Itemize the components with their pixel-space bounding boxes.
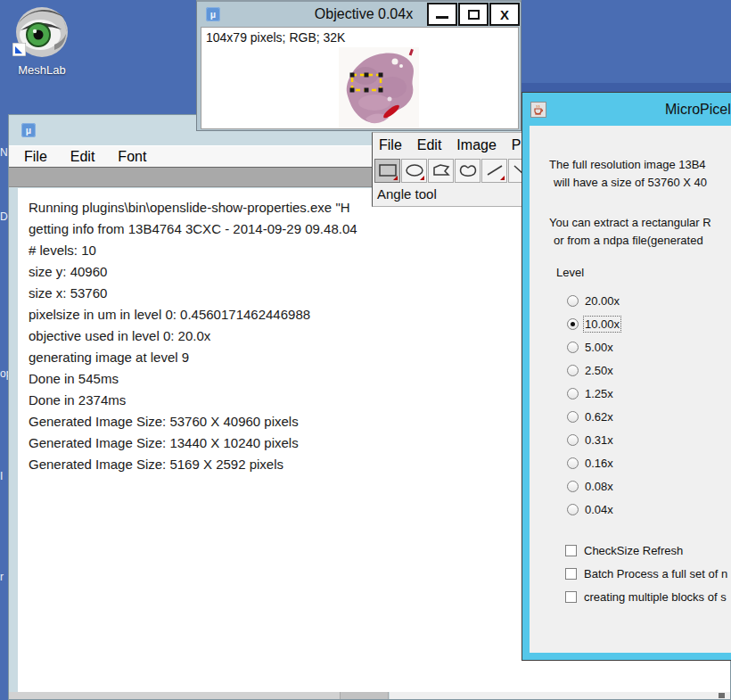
- window-title: MicroPicel: [665, 102, 731, 118]
- radio-label: 0.16x: [585, 457, 613, 470]
- oval-tool-button[interactable]: [401, 159, 427, 183]
- level-radio[interactable]: 1.25x: [567, 382, 620, 405]
- imagej-app-icon: µ: [21, 123, 36, 137]
- radio-label: 5.00x: [585, 341, 613, 354]
- checkbox-label: CheckSize Refresh: [584, 544, 683, 557]
- level-radio[interactable]: 0.04x: [567, 498, 620, 521]
- imagej-app-icon: µ: [206, 7, 220, 21]
- window-title: Objective 0.04x: [283, 6, 444, 22]
- option-checkbox[interactable]: Batch Process a full set of n: [565, 562, 727, 585]
- level-radio[interactable]: 20.00x: [567, 289, 620, 312]
- menu-item[interactable]: Font: [118, 149, 146, 165]
- freehand-icon: [458, 163, 478, 177]
- rectangle-tool-button[interactable]: [374, 159, 400, 183]
- freehand-tool-button[interactable]: [455, 159, 480, 183]
- radio-icon: [567, 504, 579, 515]
- menu-item[interactable]: File: [24, 149, 47, 165]
- menu-item[interactable]: Edit: [417, 137, 442, 153]
- scrollbar-arrow-icon[interactable]: [719, 693, 725, 698]
- radio-icon: [567, 388, 579, 399]
- image-info-text: 104x79 pixels; RGB; 32K: [201, 28, 518, 45]
- rectangle-icon: [378, 163, 398, 177]
- radio-icon: [567, 411, 579, 423]
- radio-label: 20.00x: [585, 294, 620, 308]
- angle-tool-button[interactable]: [508, 159, 522, 183]
- radio-icon: [567, 365, 579, 376]
- level-radio[interactable]: 0.31x: [567, 428, 620, 451]
- menu-item[interactable]: Edit: [70, 149, 95, 165]
- options-checkbox-group: CheckSize Refresh Batch Process a full s…: [565, 539, 727, 608]
- level-radio[interactable]: 2.50x: [567, 358, 620, 382]
- polygon-icon: [431, 163, 451, 177]
- level-label: Level: [556, 266, 584, 279]
- intro-line: You can extract a rectangular R: [549, 214, 711, 232]
- radio-icon: [567, 295, 579, 307]
- checkbox-icon: [565, 568, 577, 580]
- radio-label: 1.25x: [585, 387, 613, 400]
- desktop-icon-label-fragment: r: [0, 571, 4, 583]
- intro-line: will have a size of 53760 X 40: [554, 174, 711, 192]
- micropicel-titlebar[interactable]: MicroPicel: [522, 93, 731, 126]
- level-radio-group: 20.00x 10.00x 5.00x 2.50x 1.25x 0.62x: [567, 289, 620, 521]
- imagej-menubar: FileEditImagePr: [373, 133, 522, 157]
- objective-canvas[interactable]: 104x79 pixels; RGB; 32K: [201, 27, 519, 129]
- meshlab-label: MeshLab: [11, 63, 73, 77]
- objective-titlebar[interactable]: µ Objective 0.04x X: [197, 2, 521, 27]
- minimize-button[interactable]: [427, 3, 457, 26]
- scrollbar-thumb[interactable]: [340, 692, 389, 699]
- imagej-toolbar: [373, 157, 522, 184]
- level-radio[interactable]: 0.62x: [567, 405, 620, 428]
- slide-thumbnail[interactable]: [339, 47, 419, 132]
- checkbox-label: Batch Process a full set of n: [584, 567, 727, 581]
- scrollbar-track[interactable]: [9, 692, 340, 699]
- java-app-icon: [530, 102, 546, 118]
- window-controls: X: [426, 3, 520, 26]
- menu-item[interactable]: Image: [456, 137, 496, 153]
- radio-label: 10.00x: [585, 317, 620, 331]
- close-button[interactable]: X: [489, 3, 520, 26]
- radio-label: 0.08x: [585, 480, 613, 493]
- radio-icon: [567, 481, 579, 492]
- minimize-icon: [436, 16, 448, 19]
- checkbox-label: creating multiple blocks of s: [584, 590, 727, 604]
- maximize-button[interactable]: [458, 3, 489, 26]
- level-radio[interactable]: 0.16x: [567, 451, 620, 474]
- radio-icon: [567, 318, 579, 330]
- polygon-tool-button[interactable]: [428, 159, 454, 183]
- menu-item[interactable]: File: [379, 137, 402, 153]
- level-radio[interactable]: 5.00x: [567, 335, 620, 358]
- intro-line: The full resolution image 13B4: [549, 156, 711, 174]
- radio-label: 0.62x: [585, 410, 613, 424]
- option-checkbox[interactable]: CheckSize Refresh: [565, 539, 727, 562]
- micropicel-content: The full resolution image 13B4 will have…: [530, 126, 731, 653]
- level-radio[interactable]: 0.08x: [567, 474, 620, 498]
- radio-icon: [567, 342, 579, 353]
- micropicel-window: MicroPicel The full resolution image 13B…: [522, 92, 731, 661]
- radio-label: 0.04x: [585, 503, 613, 516]
- radio-icon: [567, 457, 579, 469]
- desktop-icon-label-fragment: I: [0, 470, 3, 482]
- intro-text: The full resolution image 13B4 will have…: [549, 156, 711, 250]
- radio-label: 0.31x: [585, 433, 613, 447]
- checkbox-icon: [565, 545, 577, 556]
- line-icon: [485, 163, 505, 177]
- status-bar: Angle tool: [373, 184, 522, 202]
- checkbox-icon: [565, 591, 577, 603]
- shortcut-arrow-icon: [12, 43, 26, 60]
- horizontal-scrollbar[interactable]: [9, 692, 730, 699]
- angle-icon: [512, 163, 522, 177]
- scrollbar-track[interactable]: [390, 692, 730, 699]
- line-tool-button[interactable]: [481, 159, 507, 183]
- imagej-main-window: FileEditImagePr Angle tool: [372, 132, 522, 207]
- desktop: N Do op I r MeshLab: [0, 0, 731, 700]
- radio-icon: [567, 434, 579, 446]
- option-checkbox[interactable]: creating multiple blocks of s: [565, 585, 727, 608]
- oval-icon: [405, 163, 424, 177]
- menu-item[interactable]: Pr: [512, 137, 522, 153]
- desktop-icon-label-fragment: N: [0, 146, 8, 159]
- radio-label: 2.50x: [585, 364, 613, 377]
- desktop-icon-meshlab[interactable]: MeshLab: [11, 5, 73, 77]
- level-radio[interactable]: 10.00x: [567, 312, 620, 335]
- maximize-icon: [468, 10, 480, 20]
- intro-line: or from a ndpa file(generated: [554, 232, 711, 250]
